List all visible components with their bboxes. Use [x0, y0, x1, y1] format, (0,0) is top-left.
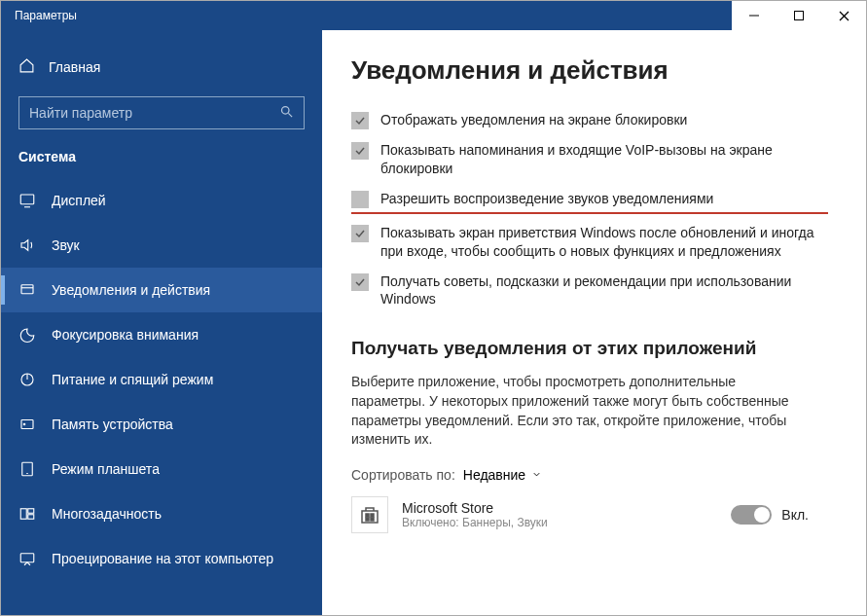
svg-rect-18: [28, 515, 34, 520]
sidebar-item-multitask[interactable]: Многозадачность: [1, 491, 322, 536]
sidebar-item-label: Память устройства: [52, 417, 173, 432]
sidebar-section-title: Система: [1, 147, 322, 178]
svg-point-13: [23, 423, 25, 425]
check-lockscreen-notifications[interactable]: Отображать уведомления на экране блокиро…: [351, 111, 818, 129]
window-title: Параметры: [15, 9, 77, 22]
search-icon: [279, 104, 294, 122]
sort-value: Недавние: [463, 467, 525, 483]
sidebar: Главная Найти параметр Система Дисплей: [1, 30, 322, 615]
svg-rect-1: [795, 12, 804, 20]
check-tips[interactable]: Получать советы, подсказки и рекомендаци…: [351, 272, 818, 309]
svg-rect-19: [20, 554, 34, 562]
search-input[interactable]: Найти параметр: [18, 96, 305, 129]
sidebar-item-tablet[interactable]: Режим планшета: [1, 447, 322, 491]
sidebar-item-notifications[interactable]: Уведомления и действия: [1, 268, 322, 312]
checkbox-icon: [351, 225, 369, 242]
app-toggle-wrap: Вкл.: [731, 505, 809, 525]
sidebar-item-power[interactable]: Питание и спящий режим: [1, 357, 322, 402]
sidebar-item-display[interactable]: Дисплей: [1, 178, 322, 223]
check-label: Получать советы, подсказки и рекомендаци…: [380, 272, 818, 309]
sidebar-item-label: Питание и спящий режим: [52, 372, 213, 387]
sidebar-nav: Дисплей Звук Уведомления и действия: [1, 178, 322, 581]
focus-icon: [18, 326, 36, 344]
tablet-icon: [18, 460, 36, 478]
sound-icon: [18, 236, 36, 254]
sidebar-item-sound[interactable]: Звук: [1, 223, 322, 268]
close-button[interactable]: [821, 1, 866, 30]
check-label: Отображать уведомления на экране блокиро…: [380, 111, 687, 129]
apps-section-title: Получать уведомления от этих приложений: [351, 338, 837, 359]
check-label: Показывать экран приветствия Windows пос…: [380, 224, 818, 261]
app-toggle[interactable]: [731, 505, 772, 525]
sidebar-item-projecting[interactable]: Проецирование на этот компьютер: [1, 536, 322, 581]
app-info: Microsoft Store Включено: Баннеры, Звуки: [402, 500, 717, 529]
sidebar-item-label: Дисплей: [52, 193, 106, 208]
sort-row: Сортировать по: Недавние: [351, 467, 837, 483]
sidebar-item-label: Фокусировка внимания: [52, 327, 199, 343]
page-title: Уведомления и действия: [351, 55, 837, 86]
svg-rect-21: [371, 514, 374, 517]
svg-rect-23: [371, 518, 374, 521]
checkbox-icon: [351, 142, 369, 160]
sidebar-item-label: Режим планшета: [52, 461, 160, 477]
app-name: Microsoft Store: [402, 500, 717, 516]
titlebar: Параметры: [1, 1, 866, 30]
checkbox-icon: [351, 112, 369, 129]
svg-rect-17: [28, 509, 34, 514]
sidebar-item-storage[interactable]: Память устройства: [1, 402, 322, 447]
svg-rect-6: [20, 195, 34, 204]
notifications-icon: [18, 281, 36, 299]
sidebar-item-focus[interactable]: Фокусировка внимания: [1, 312, 322, 357]
svg-rect-8: [21, 285, 33, 294]
main-content: Уведомления и действия Отображать уведом…: [322, 30, 866, 615]
store-icon: [351, 496, 388, 533]
sidebar-item-label: Звук: [52, 237, 80, 253]
svg-rect-16: [20, 509, 26, 520]
sidebar-item-label: Уведомления и действия: [52, 282, 210, 298]
sidebar-item-label: Многозадачность: [52, 506, 162, 522]
settings-window: Параметры Главная Най: [0, 0, 867, 616]
app-toggle-label: Вкл.: [781, 507, 809, 523]
search-placeholder: Найти параметр: [29, 105, 132, 121]
chevron-down-icon: [531, 467, 542, 483]
display-icon: [18, 192, 36, 209]
sort-label: Сортировать по:: [351, 467, 455, 483]
svg-rect-20: [366, 514, 369, 517]
multitask-icon: [18, 505, 36, 523]
checkbox-icon: [351, 191, 369, 208]
sidebar-home[interactable]: Главная: [1, 50, 322, 85]
sidebar-home-label: Главная: [49, 59, 100, 75]
svg-rect-22: [366, 518, 369, 521]
check-label: Разрешить воспроизведение звуков уведомл…: [380, 190, 713, 208]
svg-line-5: [288, 113, 292, 117]
app-meta: Включено: Баннеры, Звуки: [402, 516, 717, 529]
check-notification-sound[interactable]: Разрешить воспроизведение звуков уведомл…: [351, 190, 818, 212]
maximize-button[interactable]: [777, 1, 821, 30]
projecting-icon: [18, 550, 36, 567]
check-welcome-experience[interactable]: Показывать экран приветствия Windows пос…: [351, 224, 818, 261]
svg-point-4: [282, 107, 290, 115]
home-icon: [18, 57, 35, 77]
checkbox-icon: [351, 273, 369, 291]
storage-icon: [18, 416, 36, 433]
check-label: Показывать напоминания и входящие VoIP-в…: [380, 141, 818, 178]
power-icon: [18, 371, 36, 388]
apps-section-desc: Выберите приложение, чтобы просмотреть д…: [351, 373, 809, 449]
sidebar-item-label: Проецирование на этот компьютер: [52, 551, 273, 566]
minimize-button[interactable]: [732, 1, 777, 30]
app-row-microsoft-store[interactable]: Microsoft Store Включено: Баннеры, Звуки…: [351, 496, 809, 533]
check-voip-reminders[interactable]: Показывать напоминания и входящие VoIP-в…: [351, 141, 818, 178]
window-controls: [732, 1, 866, 30]
sort-dropdown[interactable]: Недавние: [463, 467, 542, 483]
